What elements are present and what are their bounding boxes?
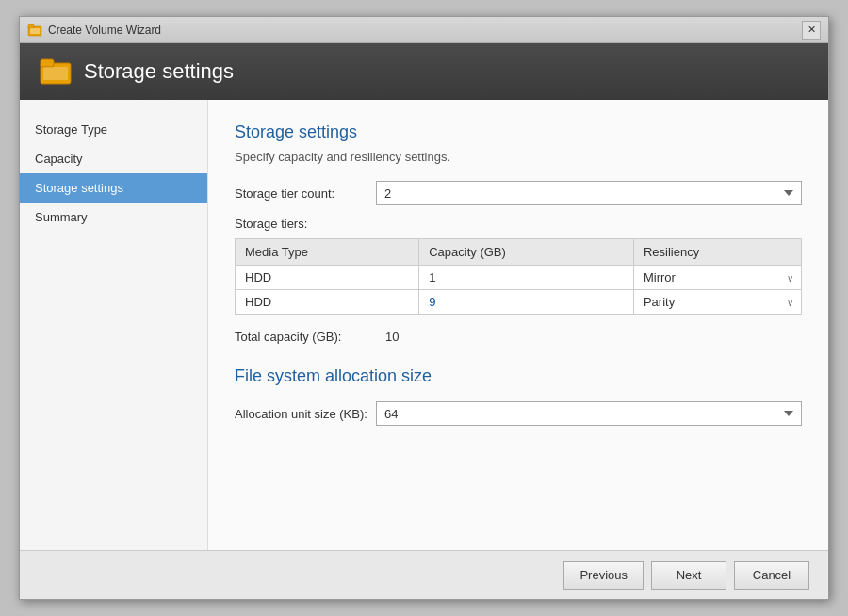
row2-resiliency[interactable]: Parity [633,290,801,315]
create-volume-wizard: Create Volume Wizard ✕ Storage settings … [19,16,829,600]
row2-capacity[interactable]: 9 [419,290,634,315]
title-bar-text: Create Volume Wizard [48,24,802,37]
storage-tier-count-select[interactable]: 2 [376,181,802,205]
row1-resiliency[interactable]: Mirror [633,266,801,290]
cancel-button[interactable]: Cancel [734,561,809,590]
total-capacity-value: 10 [385,330,399,344]
close-button[interactable]: ✕ [802,21,821,40]
previous-button[interactable]: Previous [563,561,644,590]
allocation-unit-row: Allocation unit size (KB): 64 [235,401,802,426]
row1-media-type: HDD [236,266,419,290]
content-title: Storage settings [235,122,802,142]
header-icon [39,54,73,90]
total-capacity-row: Total capacity (GB): 10 [235,330,802,344]
sidebar-item-summary[interactable]: Summary [20,203,207,232]
wizard-icon [27,23,42,38]
col-header-capacity: Capacity (GB) [419,239,634,266]
col-header-resiliency: Resiliency [633,239,801,266]
sidebar-item-storage-settings[interactable]: Storage settings [20,173,207,203]
row2-media-type: HDD [236,290,419,315]
table-row: HDD 9 Parity [236,290,802,315]
row1-capacity[interactable]: 1 [419,266,634,290]
svg-rect-4 [41,59,54,67]
content-subtitle: Specify capacity and resiliency settings… [235,150,802,164]
storage-tier-count-label: Storage tier count: [235,186,376,201]
svg-rect-2 [30,28,40,34]
next-button[interactable]: Next [651,561,726,590]
storage-tiers-label: Storage tiers: [235,217,802,231]
sidebar-item-capacity[interactable]: Capacity [20,144,207,173]
wizard-header: Storage settings [20,43,828,100]
storage-tiers-table: Media Type Capacity (GB) Resiliency HDD … [235,238,802,315]
allocation-unit-select[interactable]: 64 [376,401,802,426]
svg-rect-5 [43,67,68,80]
main-content: Storage settings Specify capacity and re… [208,100,828,550]
svg-rect-1 [28,24,34,28]
total-capacity-label: Total capacity (GB): [235,330,385,344]
col-header-media-type: Media Type [236,239,419,266]
header-title: Storage settings [84,59,234,84]
title-bar: Create Volume Wizard ✕ [20,17,828,43]
wizard-body: Storage Type Capacity Storage settings S… [20,100,828,550]
allocation-unit-label: Allocation unit size (KB): [235,407,376,421]
storage-tier-count-row: Storage tier count: 2 [235,181,802,205]
sidebar-item-storage-type[interactable]: Storage Type [20,115,207,144]
file-system-section-title: File system allocation size [235,366,802,386]
wizard-footer: Previous Next Cancel [20,550,828,599]
sidebar: Storage Type Capacity Storage settings S… [20,100,208,550]
table-row: HDD 1 Mirror [236,266,802,290]
